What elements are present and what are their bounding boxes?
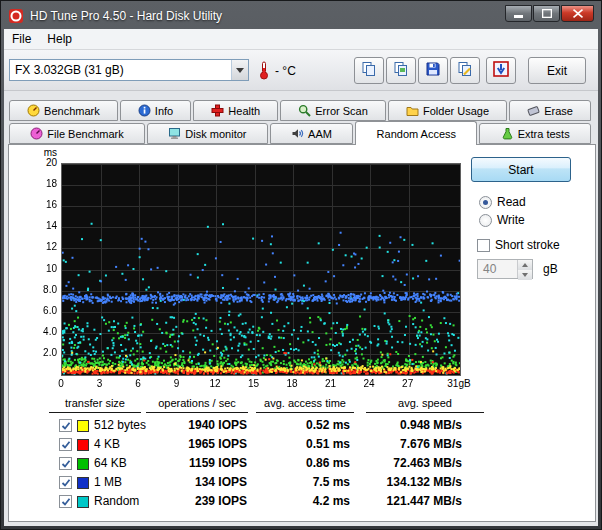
access-time-scatter-chart (61, 163, 461, 376)
series-checkbox[interactable] (59, 419, 72, 432)
transfer-size-label: 64 KB (94, 456, 127, 470)
access-time-value: 0.51 ms (254, 437, 350, 451)
spinner-down-icon[interactable] (518, 270, 532, 280)
speaker-icon (291, 127, 304, 140)
hd-tune-logo-icon (8, 8, 24, 24)
series-checkbox[interactable] (59, 438, 72, 451)
short-stroke-label: Short stroke (495, 238, 560, 252)
speed-value: 72.463 MB/s (349, 456, 462, 470)
drive-selector[interactable]: FX 3.032GB (31 gB) (9, 59, 249, 81)
results-header-avg-speed: avg. speed (362, 397, 488, 409)
window-title: HD Tune Pro 4.50 - Hard Disk Utility (30, 9, 222, 23)
x-tick-label: 27 (391, 378, 425, 389)
close-button[interactable] (561, 5, 594, 22)
tab-folder-usage[interactable]: Folder Usage (388, 100, 507, 121)
tab-info[interactable]: Info (120, 100, 192, 121)
error-scan-magnifier-icon (298, 104, 311, 117)
save-button[interactable] (418, 57, 448, 84)
write-radio[interactable] (479, 214, 492, 227)
tab-random-access[interactable]: Random Access (355, 121, 477, 145)
floppy-save-icon (425, 61, 441, 80)
read-radio-label: Read (497, 195, 526, 209)
y-tick-label: 2.0 (21, 347, 57, 358)
write-radio-label: Write (497, 213, 525, 227)
operations-value: 134 IOPS (139, 475, 247, 489)
series-checkbox[interactable] (59, 476, 72, 489)
x-tick-label: 12 (198, 378, 232, 389)
series-checkbox[interactable] (59, 457, 72, 470)
spinner-up-icon[interactable] (518, 260, 532, 270)
x-tick-label: 24 (352, 378, 386, 389)
y-tick-label: 18 (21, 178, 57, 189)
titlebar[interactable]: HD Tune Pro 4.50 - Hard Disk Utility (4, 3, 598, 29)
x-tick-label: 15 (237, 378, 271, 389)
benchmark-gauge-icon (27, 104, 40, 117)
copy-button[interactable] (354, 57, 384, 84)
tab-erase[interactable]: Erase (509, 100, 591, 121)
start-button[interactable]: Start (471, 157, 571, 182)
y-tick-label: 12 (21, 241, 57, 252)
y-tick-label: 14 (21, 220, 57, 231)
client-area: File Help FX 3.032GB (31 gB) - °C Exit B… (4, 29, 598, 526)
short-stroke-checkbox[interactable] (477, 239, 490, 252)
access-time-value: 0.52 ms (254, 418, 350, 432)
maximize-button[interactable] (533, 5, 560, 22)
copy-pages-icon (361, 61, 377, 80)
transfer-size-label: 1 MB (94, 475, 122, 489)
speed-value: 134.132 MB/s (349, 475, 462, 489)
file-benchmark-gauge-icon (30, 127, 43, 140)
y-tick-label: 4.0 (21, 326, 57, 337)
menu-file[interactable]: File (4, 30, 39, 48)
x-tick-label: 18 (275, 378, 309, 389)
exit-button[interactable]: Exit (528, 57, 586, 84)
tab-error-scan[interactable]: Error Scan (280, 100, 386, 121)
y-tick-label: 16 (21, 199, 57, 210)
tab-disk-monitor[interactable]: Disk monitor (147, 123, 268, 144)
header-underline (146, 412, 248, 413)
tab-label: Erase (544, 105, 573, 117)
thermometer-icon (258, 60, 270, 83)
series-checkbox[interactable] (59, 495, 72, 508)
tab-label: Folder Usage (423, 105, 489, 117)
copy-image-button[interactable] (386, 57, 416, 84)
y-tick-label: 10 (21, 263, 57, 274)
download-update-icon (493, 61, 509, 80)
operations-value: 1965 IOPS (139, 437, 247, 451)
x-tick-label: 6 (121, 378, 155, 389)
tab-extra-tests[interactable]: Extra tests (479, 123, 591, 144)
minimize-button[interactable] (505, 5, 532, 22)
table-row-512-bytes: 512 bytes1940 IOPS0.52 ms0.948 MB/s (9, 417, 595, 435)
tab-aam[interactable]: AAM (270, 123, 353, 144)
read-radio[interactable] (479, 196, 492, 209)
export-button[interactable] (450, 57, 480, 84)
chevron-down-icon[interactable] (231, 60, 248, 80)
speed-value: 7.676 MB/s (349, 437, 462, 451)
tab-file-benchmark[interactable]: File Benchmark (9, 123, 145, 144)
menu-help[interactable]: Help (39, 30, 80, 48)
stroke-size-spinner[interactable]: 40 (477, 259, 533, 279)
health-cross-icon (211, 104, 224, 117)
tab-health[interactable]: Health (193, 100, 278, 121)
table-row-1-mb: 1 MB134 IOPS7.5 ms134.132 MB/s (9, 474, 595, 492)
header-underline (49, 412, 141, 413)
series-color-swatch (77, 477, 89, 489)
tab-label: Random Access (377, 128, 456, 140)
random-access-page: ms Start Read Write Short stroke 40 (8, 144, 596, 522)
x-tick-label: 3 (83, 378, 117, 389)
table-row-64-kb: 64 KB1159 IOPS0.86 ms72.463 MB/s (9, 455, 595, 473)
table-row-4-kb: 4 KB1965 IOPS0.51 ms7.676 MB/s (9, 436, 595, 454)
update-button[interactable] (486, 57, 516, 84)
x-tick-label: 0 (44, 378, 78, 389)
tab-row-1: BenchmarkInfoHealthError ScanFolder Usag… (9, 99, 593, 121)
results-header-operations-sec: operations / sec (142, 397, 252, 409)
stroke-size-value[interactable]: 40 (478, 260, 517, 278)
results-header-transfer-size: transfer size (45, 397, 145, 409)
transfer-size-label: 4 KB (94, 437, 120, 451)
tab-row-2: File BenchmarkDisk monitorAAMRandom Acce… (9, 121, 593, 144)
tab-label: Info (155, 105, 173, 117)
speed-value: 0.948 MB/s (349, 418, 462, 432)
tab-label: Health (228, 105, 260, 117)
app-window: HD Tune Pro 4.50 - Hard Disk Utility Fil… (0, 0, 602, 530)
temperature-readout: - °C (275, 64, 296, 78)
tab-benchmark[interactable]: Benchmark (9, 100, 118, 121)
